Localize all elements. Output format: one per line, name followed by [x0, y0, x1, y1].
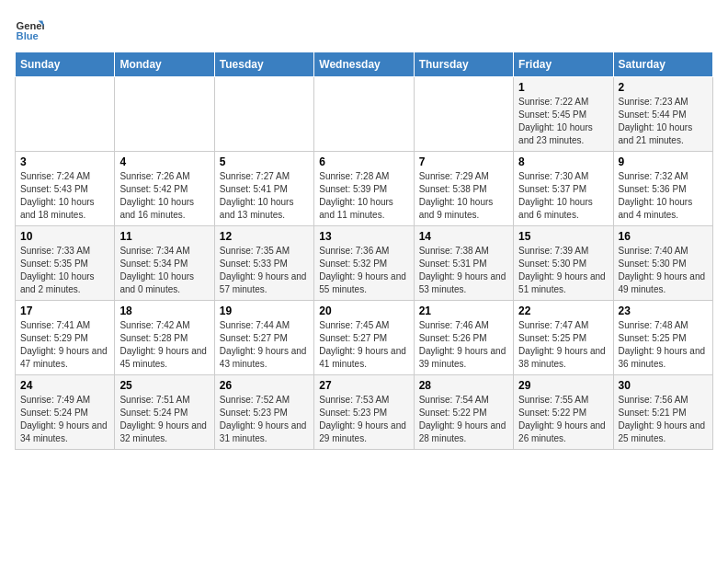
- calendar-cell: 30Sunrise: 7:56 AM Sunset: 5:21 PM Dayli…: [613, 375, 712, 450]
- calendar-cell: 18Sunrise: 7:42 AM Sunset: 5:28 PM Dayli…: [115, 301, 214, 375]
- day-info: Sunrise: 7:55 AM Sunset: 5:22 PM Dayligh…: [518, 394, 608, 445]
- calendar-cell: 12Sunrise: 7:35 AM Sunset: 5:33 PM Dayli…: [214, 226, 313, 301]
- calendar-cell: 7Sunrise: 7:29 AM Sunset: 5:38 PM Daylig…: [414, 152, 513, 226]
- day-number: 27: [319, 379, 408, 392]
- day-number: 2: [619, 81, 708, 94]
- day-number: 12: [220, 230, 309, 243]
- day-number: 28: [419, 379, 508, 392]
- day-number: 10: [20, 230, 109, 243]
- calendar-cell: [115, 77, 214, 152]
- calendar-cell: 19Sunrise: 7:44 AM Sunset: 5:27 PM Dayli…: [214, 301, 313, 375]
- day-info: Sunrise: 7:48 AM Sunset: 5:25 PM Dayligh…: [619, 319, 708, 371]
- calendar-week-row: 17Sunrise: 7:41 AM Sunset: 5:29 PM Dayli…: [16, 301, 713, 375]
- dow-header: Wednesday: [314, 52, 414, 77]
- day-info: Sunrise: 7:52 AM Sunset: 5:23 PM Dayligh…: [220, 394, 309, 445]
- day-info: Sunrise: 7:56 AM Sunset: 5:21 PM Dayligh…: [619, 394, 708, 445]
- calendar-cell: 1Sunrise: 7:22 AM Sunset: 5:45 PM Daylig…: [514, 77, 613, 152]
- day-number: 21: [419, 304, 508, 317]
- calendar-cell: 15Sunrise: 7:39 AM Sunset: 5:30 PM Dayli…: [514, 226, 613, 301]
- day-info: Sunrise: 7:30 AM Sunset: 5:37 PM Dayligh…: [518, 170, 608, 222]
- day-info: Sunrise: 7:42 AM Sunset: 5:28 PM Dayligh…: [119, 319, 209, 371]
- day-info: Sunrise: 7:51 AM Sunset: 5:24 PM Dayligh…: [119, 394, 209, 445]
- dow-header: Thursday: [414, 52, 513, 77]
- calendar-cell: 17Sunrise: 7:41 AM Sunset: 5:29 PM Dayli…: [16, 301, 115, 375]
- calendar-week-row: 10Sunrise: 7:33 AM Sunset: 5:35 PM Dayli…: [16, 226, 713, 301]
- day-info: Sunrise: 7:23 AM Sunset: 5:44 PM Dayligh…: [619, 96, 708, 147]
- dow-header: Sunday: [16, 52, 115, 77]
- day-info: Sunrise: 7:47 AM Sunset: 5:25 PM Dayligh…: [518, 319, 608, 371]
- calendar-cell: 16Sunrise: 7:40 AM Sunset: 5:30 PM Dayli…: [613, 226, 712, 301]
- day-number: 14: [419, 230, 508, 243]
- dow-header: Monday: [115, 52, 214, 77]
- day-info: Sunrise: 7:49 AM Sunset: 5:24 PM Dayligh…: [20, 394, 109, 445]
- day-number: 26: [220, 379, 309, 392]
- calendar-cell: [314, 77, 414, 152]
- calendar-cell: [214, 77, 313, 152]
- calendar-week-row: 24Sunrise: 7:49 AM Sunset: 5:24 PM Dayli…: [16, 375, 713, 450]
- calendar-table: SundayMondayTuesdayWednesdayThursdayFrid…: [15, 52, 713, 450]
- day-number: 15: [518, 230, 608, 243]
- calendar-cell: 14Sunrise: 7:38 AM Sunset: 5:31 PM Dayli…: [414, 226, 513, 301]
- day-number: 29: [518, 379, 608, 392]
- day-info: Sunrise: 7:39 AM Sunset: 5:30 PM Dayligh…: [518, 245, 608, 296]
- day-info: Sunrise: 7:24 AM Sunset: 5:43 PM Dayligh…: [20, 170, 109, 222]
- header: General Blue: [15, 15, 713, 44]
- day-number: 3: [20, 155, 109, 168]
- calendar-cell: 27Sunrise: 7:53 AM Sunset: 5:23 PM Dayli…: [314, 375, 414, 450]
- day-number: 11: [119, 230, 209, 243]
- day-info: Sunrise: 7:26 AM Sunset: 5:42 PM Dayligh…: [119, 170, 209, 222]
- day-number: 6: [319, 155, 408, 168]
- logo: General Blue: [15, 15, 48, 44]
- calendar-cell: 26Sunrise: 7:52 AM Sunset: 5:23 PM Dayli…: [214, 375, 313, 450]
- day-number: 17: [20, 304, 109, 317]
- dow-header: Tuesday: [214, 52, 313, 77]
- day-number: 23: [619, 304, 708, 317]
- calendar-cell: [414, 77, 513, 152]
- dow-header: Saturday: [613, 52, 712, 77]
- day-info: Sunrise: 7:46 AM Sunset: 5:26 PM Dayligh…: [419, 319, 508, 371]
- day-info: Sunrise: 7:45 AM Sunset: 5:27 PM Dayligh…: [319, 319, 408, 371]
- calendar-cell: 4Sunrise: 7:26 AM Sunset: 5:42 PM Daylig…: [115, 152, 214, 226]
- day-info: Sunrise: 7:22 AM Sunset: 5:45 PM Dayligh…: [518, 96, 608, 147]
- day-number: 19: [220, 304, 309, 317]
- dow-header: Friday: [514, 52, 613, 77]
- calendar-cell: 5Sunrise: 7:27 AM Sunset: 5:41 PM Daylig…: [214, 152, 313, 226]
- day-info: Sunrise: 7:35 AM Sunset: 5:33 PM Dayligh…: [220, 245, 309, 296]
- day-info: Sunrise: 7:33 AM Sunset: 5:35 PM Dayligh…: [20, 245, 109, 296]
- calendar-cell: 28Sunrise: 7:54 AM Sunset: 5:22 PM Dayli…: [414, 375, 513, 450]
- calendar-cell: 10Sunrise: 7:33 AM Sunset: 5:35 PM Dayli…: [16, 226, 115, 301]
- day-number: 4: [119, 155, 209, 168]
- logo-icon: General Blue: [15, 15, 44, 44]
- calendar-cell: 6Sunrise: 7:28 AM Sunset: 5:39 PM Daylig…: [314, 152, 414, 226]
- calendar-body: 1Sunrise: 7:22 AM Sunset: 5:45 PM Daylig…: [16, 77, 713, 450]
- calendar-cell: 25Sunrise: 7:51 AM Sunset: 5:24 PM Dayli…: [115, 375, 214, 450]
- day-number: 9: [619, 155, 708, 168]
- day-info: Sunrise: 7:44 AM Sunset: 5:27 PM Dayligh…: [220, 319, 309, 371]
- day-number: 5: [220, 155, 309, 168]
- calendar-week-row: 1Sunrise: 7:22 AM Sunset: 5:45 PM Daylig…: [16, 77, 713, 152]
- calendar-cell: 11Sunrise: 7:34 AM Sunset: 5:34 PM Dayli…: [115, 226, 214, 301]
- day-number: 25: [119, 379, 209, 392]
- day-info: Sunrise: 7:32 AM Sunset: 5:36 PM Dayligh…: [619, 170, 708, 222]
- day-info: Sunrise: 7:53 AM Sunset: 5:23 PM Dayligh…: [319, 394, 408, 445]
- day-info: Sunrise: 7:38 AM Sunset: 5:31 PM Dayligh…: [419, 245, 508, 296]
- day-number: 30: [619, 379, 708, 392]
- calendar-cell: 9Sunrise: 7:32 AM Sunset: 5:36 PM Daylig…: [613, 152, 712, 226]
- calendar-cell: 8Sunrise: 7:30 AM Sunset: 5:37 PM Daylig…: [514, 152, 613, 226]
- day-number: 1: [518, 81, 608, 94]
- calendar-cell: 29Sunrise: 7:55 AM Sunset: 5:22 PM Dayli…: [514, 375, 613, 450]
- day-number: 7: [419, 155, 508, 168]
- day-number: 20: [319, 304, 408, 317]
- day-info: Sunrise: 7:41 AM Sunset: 5:29 PM Dayligh…: [20, 319, 109, 371]
- day-number: 13: [319, 230, 408, 243]
- day-info: Sunrise: 7:54 AM Sunset: 5:22 PM Dayligh…: [419, 394, 508, 445]
- calendar-cell: 21Sunrise: 7:46 AM Sunset: 5:26 PM Dayli…: [414, 301, 513, 375]
- day-number: 22: [518, 304, 608, 317]
- day-info: Sunrise: 7:28 AM Sunset: 5:39 PM Dayligh…: [319, 170, 408, 222]
- day-info: Sunrise: 7:36 AM Sunset: 5:32 PM Dayligh…: [319, 245, 408, 296]
- day-of-week-row: SundayMondayTuesdayWednesdayThursdayFrid…: [16, 52, 713, 77]
- calendar-cell: [16, 77, 115, 152]
- day-number: 8: [518, 155, 608, 168]
- calendar-week-row: 3Sunrise: 7:24 AM Sunset: 5:43 PM Daylig…: [16, 152, 713, 226]
- calendar-cell: 24Sunrise: 7:49 AM Sunset: 5:24 PM Dayli…: [16, 375, 115, 450]
